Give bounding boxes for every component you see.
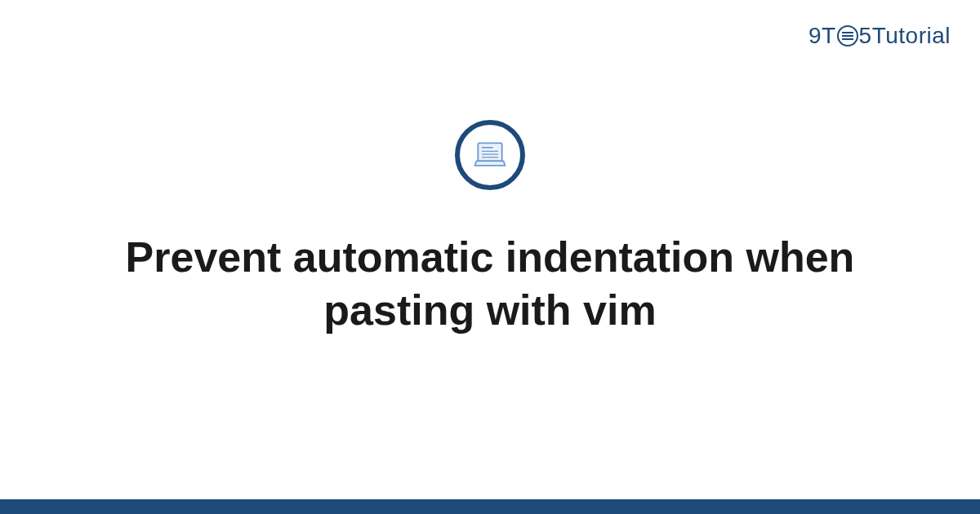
page-title: Prevent automatic indentation when pasti… [114,231,866,337]
footer-bar [0,499,980,514]
svg-rect-0 [478,143,501,161]
main-content: Prevent automatic indentation when pasti… [0,0,980,514]
laptop-icon [455,120,525,190]
laptop-svg [472,137,508,173]
